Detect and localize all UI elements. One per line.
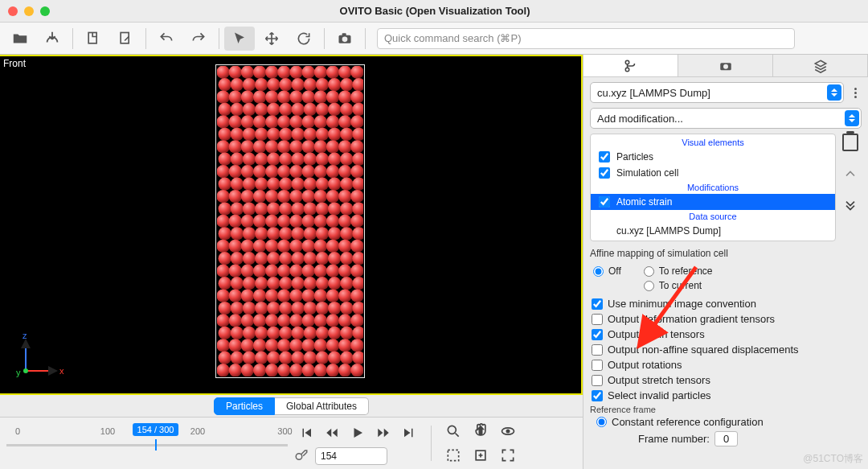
svg-point-116 <box>255 178 268 191</box>
close-window-button[interactable] <box>8 6 18 16</box>
svg-point-189 <box>267 252 280 265</box>
svg-point-267 <box>340 327 353 339</box>
svg-point-124 <box>352 178 363 191</box>
check-non-affine[interactable]: Output non-affine squared displacements <box>590 342 862 357</box>
check-min-image[interactable]: Use minimum image convention <box>590 296 862 311</box>
tab-global-attributes[interactable]: Global Attributes <box>275 397 369 415</box>
timeline-bar: 0 100 200 300 154 / 300 154 <box>0 418 583 469</box>
zoom-extents-button[interactable] <box>441 444 465 467</box>
open-file-button[interactable] <box>5 27 35 51</box>
pipeline-item-atomic-strain[interactable]: Atomic strain <box>591 194 835 210</box>
prev-frame-button[interactable] <box>320 422 344 444</box>
svg-point-111 <box>338 165 351 178</box>
svg-point-274 <box>277 339 290 352</box>
pipeline-item-particles[interactable]: Particles <box>591 149 835 165</box>
timeline-tick: 200 <box>190 426 205 436</box>
svg-point-230 <box>326 289 339 302</box>
tab-overlays[interactable] <box>773 55 868 76</box>
svg-point-285 <box>267 352 280 364</box>
tab-render[interactable] <box>678 55 773 76</box>
window-title: OVITO Basic (Open Visualization Tool) <box>50 5 868 17</box>
radio-constant-reference[interactable]: Constant reference configuration <box>590 414 862 430</box>
play-button[interactable] <box>346 422 370 444</box>
zoom-all-button[interactable] <box>469 444 493 467</box>
svg-rect-315 <box>448 450 458 460</box>
svg-point-28 <box>352 78 363 91</box>
tab-pipeline[interactable] <box>583 55 678 76</box>
add-modification-select[interactable]: Add modification... <box>590 108 862 129</box>
radio-to-current[interactable]: To current <box>644 278 713 293</box>
svg-point-258 <box>231 327 244 339</box>
select-tool-button[interactable] <box>224 27 255 51</box>
pipeline-menu-button[interactable] <box>849 86 862 99</box>
svg-point-113 <box>219 178 231 191</box>
toggle-atomic-strain[interactable] <box>599 196 610 208</box>
render-button[interactable] <box>330 27 360 51</box>
svg-point-275 <box>289 339 302 352</box>
timeline-marker[interactable]: 154 / 300 <box>133 423 179 436</box>
svg-point-73 <box>316 128 329 141</box>
svg-point-79 <box>241 140 254 153</box>
svg-point-311 <box>296 454 302 460</box>
minimize-window-button[interactable] <box>24 6 34 16</box>
data-source-select[interactable]: cu.xyz [LAMMPS Dump] <box>590 82 844 103</box>
redo-button[interactable] <box>183 27 214 51</box>
pipeline-item-data-source[interactable]: cu.xyz [LAMMPS Dump] <box>591 223 835 239</box>
svg-point-241 <box>316 302 329 315</box>
radio-off[interactable]: Off <box>593 264 621 278</box>
svg-point-67 <box>243 128 256 141</box>
svg-point-167 <box>292 227 305 240</box>
undo-button[interactable] <box>151 27 182 51</box>
move-down-button[interactable] <box>842 196 858 212</box>
timeline-tick: 300 <box>277 426 292 436</box>
save-session-button[interactable] <box>110 27 141 51</box>
svg-point-136 <box>350 190 363 203</box>
check-invalid-particles[interactable]: Select invalid particles <box>590 388 862 403</box>
svg-point-264 <box>304 327 317 339</box>
svg-point-144 <box>304 202 317 215</box>
delete-modifier-button[interactable] <box>842 134 858 151</box>
svg-point-7 <box>241 66 254 79</box>
svg-point-98 <box>328 153 341 166</box>
svg-point-8 <box>253 66 266 79</box>
maximize-viewport-button[interactable] <box>496 444 520 467</box>
check-strain-tensors[interactable]: Output strain tensors <box>590 327 862 342</box>
check-rotations[interactable]: Output rotations <box>590 357 862 372</box>
toggle-particles[interactable] <box>599 151 610 163</box>
check-stretch[interactable]: Output stretch tensors <box>590 372 862 388</box>
download-button[interactable] <box>37 27 68 51</box>
pipeline-item-simulation-cell[interactable]: Simulation cell <box>591 165 835 181</box>
rotate-tool-button[interactable] <box>289 27 319 51</box>
tab-particles[interactable]: Particles <box>214 397 275 415</box>
timeline-scale[interactable]: 0 100 200 300 154 / 300 <box>6 423 288 463</box>
viewport-front[interactable]: Front <box>0 55 583 395</box>
orbit-button[interactable] <box>496 420 520 442</box>
next-frame-button[interactable] <box>371 422 395 444</box>
command-search-input[interactable]: Quick command search (⌘P) <box>377 28 795 49</box>
section-modifications: Modifications <box>591 181 835 194</box>
maximize-window-button[interactable] <box>40 6 50 16</box>
svg-point-55 <box>241 115 254 128</box>
first-frame-button[interactable] <box>294 422 318 444</box>
svg-point-42 <box>231 103 244 116</box>
pipeline-list[interactable]: Visual elements Particles Simulation cel… <box>590 134 836 241</box>
svg-point-122 <box>328 178 341 191</box>
pan-button[interactable] <box>469 420 493 442</box>
check-deformation-gradient[interactable]: Output deformation gradient tensors <box>590 311 862 327</box>
toggle-simulation-cell[interactable] <box>599 167 610 179</box>
svg-point-20 <box>255 78 268 91</box>
move-tool-button[interactable] <box>256 27 287 51</box>
frame-number-value[interactable]: 0 <box>714 431 738 446</box>
move-up-button[interactable] <box>842 166 858 182</box>
svg-point-227 <box>289 289 302 302</box>
svg-point-48 <box>304 103 317 116</box>
svg-point-303 <box>338 364 351 376</box>
last-frame-button[interactable] <box>397 422 421 444</box>
frame-spinbox[interactable]: 154 <box>315 447 387 465</box>
svg-point-222 <box>229 289 242 302</box>
svg-point-191 <box>292 252 305 265</box>
svg-point-97 <box>316 153 329 166</box>
new-session-button[interactable] <box>78 27 108 51</box>
radio-to-reference[interactable]: To reference <box>644 264 713 278</box>
zoom-button[interactable] <box>441 420 465 442</box>
